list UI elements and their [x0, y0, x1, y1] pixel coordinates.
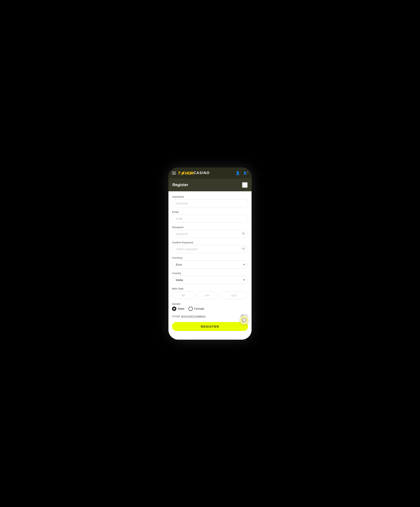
password-group: Password: [172, 226, 248, 238]
confirm-password-input[interactable]: [172, 245, 248, 253]
accept-terms-row: Accept terms And Conditions: [172, 314, 248, 318]
birthdate-dd-input[interactable]: [172, 291, 194, 299]
birthdate-yyyy-input[interactable]: [220, 291, 248, 299]
register-title: Register: [172, 183, 188, 187]
username-input[interactable]: [172, 199, 248, 207]
password-toggle-icon[interactable]: [242, 232, 245, 236]
email-input[interactable]: [172, 215, 248, 223]
country-group: Country Malta United Kingdom Germany Fra…: [172, 272, 248, 284]
confirm-password-label: Confirm Password: [172, 241, 248, 244]
birthdate-label: Birth Date: [172, 287, 248, 290]
bottom-bar: [168, 336, 252, 340]
gender-female-label: Female: [194, 307, 204, 310]
country-label: Country: [172, 272, 248, 275]
email-group: Email: [172, 211, 248, 223]
currency-select[interactable]: Euro USD GBP Bitcoin: [172, 261, 248, 268]
close-button[interactable]: ✕: [242, 182, 248, 188]
gender-female-option[interactable]: Female: [188, 307, 204, 311]
terms-link[interactable]: terms And Conditions: [181, 315, 206, 318]
gender-row: Male Female: [172, 307, 248, 311]
password-input[interactable]: [172, 230, 248, 238]
gender-male-radio[interactable]: [172, 307, 176, 311]
password-wrapper: [172, 230, 248, 238]
password-label: Password: [172, 226, 248, 229]
register-header: Register ✕: [168, 179, 252, 191]
gender-female-radio[interactable]: [188, 307, 193, 311]
gender-label: Gender: [172, 303, 248, 305]
currency-wrapper: Euro USD GBP Bitcoin ▾: [172, 261, 248, 268]
chat-icon: 💬: [242, 318, 246, 322]
phone-shell: T⚡HOR CASINO 👤 👤+ Register ✕ Username Em…: [168, 168, 252, 340]
logo-thor: T⚡HOR: [178, 171, 193, 176]
chat-bubble[interactable]: 💬: [240, 316, 248, 324]
confirm-password-group: Confirm Password: [172, 241, 248, 253]
profile-icon[interactable]: 👤: [235, 171, 240, 175]
username-group: Username: [172, 195, 248, 207]
navbar: T⚡HOR CASINO 👤 👤+: [168, 168, 252, 179]
form-area: Username Email Password: [168, 191, 252, 336]
birthdate-group: Birth Date: [172, 287, 248, 299]
confirm-password-toggle-icon[interactable]: [242, 247, 245, 251]
country-select[interactable]: Malta United Kingdom Germany France: [172, 276, 248, 284]
accept-text: Accept: [172, 315, 180, 318]
birthdate-mm-input[interactable]: [196, 291, 218, 299]
username-label: Username: [172, 195, 248, 198]
logo-container: T⚡HOR CASINO: [178, 171, 210, 176]
currency-label: Currency: [172, 256, 248, 259]
hamburger-icon[interactable]: [172, 172, 176, 175]
gender-male-option[interactable]: Male: [172, 307, 185, 311]
gender-male-label: Male: [178, 307, 185, 310]
birthdate-row: [172, 291, 248, 299]
register-button[interactable]: REGISTER: [172, 322, 248, 331]
nav-right: 👤 👤+: [235, 171, 248, 175]
confirm-password-wrapper: [172, 245, 248, 253]
logo-casino: CASINO: [193, 171, 210, 175]
country-wrapper: Malta United Kingdom Germany France ▾: [172, 276, 248, 284]
nav-left: T⚡HOR CASINO: [172, 171, 210, 176]
email-label: Email: [172, 211, 248, 213]
add-user-icon[interactable]: 👤+: [243, 171, 248, 175]
gender-group: Gender Male Female: [172, 303, 248, 311]
currency-group: Currency Euro USD GBP Bitcoin ▾: [172, 256, 248, 268]
